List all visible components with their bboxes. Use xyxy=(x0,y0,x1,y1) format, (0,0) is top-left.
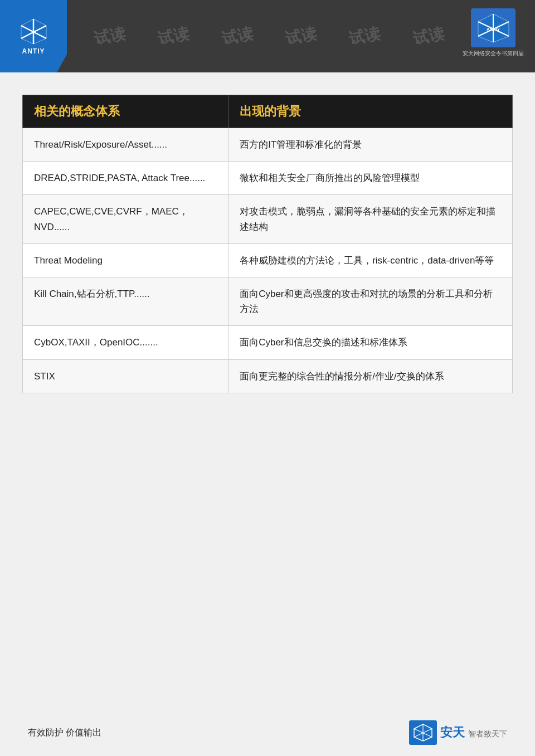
table-cell-left: CAPEC,CWE,CVE,CVRF，MAEC，NVD...... xyxy=(23,195,228,243)
table-cell-right: 面向Cyber和信息交换的描述和标准体系 xyxy=(228,326,513,359)
table-cell-left: Threat Modeling xyxy=(23,243,228,277)
table-row: Threat Modeling各种威胁建模的方法论，工具，risk-centri… xyxy=(23,243,513,277)
header-logo: ANTIY xyxy=(0,0,67,72)
footer-logo: 安天 智者致天下 xyxy=(409,720,507,745)
table-cell-right: 面向Cyber和更高强度的攻击和对抗的场景的分析工具和分析方法 xyxy=(228,277,513,325)
brand-tagline: 安天网络安全令书第四届 xyxy=(463,50,524,57)
footer: 有效防护 价值输出 安天 智者致天下 xyxy=(0,720,535,745)
wm-6: 试读 xyxy=(411,26,446,47)
wm-4: 试读 xyxy=(284,26,318,47)
brand-logo-svg: ANTIY xyxy=(475,13,512,43)
table-cell-left: Kill Chain,钻石分析,TTP...... xyxy=(23,277,228,325)
footer-brand-sub: 智者致天下 xyxy=(468,729,507,738)
col2-header: 出现的背景 xyxy=(228,95,513,128)
header: ANTIY 试读 试读 试读 试读 试读 试读 试读 ANTIY 安天网络安全令… xyxy=(0,0,535,72)
logo-label: ANTIY xyxy=(22,47,45,55)
table-cell-left: DREAD,STRIDE,PASTA, Attack Tree...... xyxy=(23,162,228,195)
table-row: STIX面向更完整的综合性的情报分析/作业/交换的体系 xyxy=(23,359,513,393)
header-brand: ANTIY 安天网络安全令书第四届 xyxy=(463,8,524,57)
table-row: Kill Chain,钻石分析,TTP......面向Cyber和更高强度的攻击… xyxy=(23,277,513,325)
wm-1: 试读 xyxy=(93,26,127,47)
table-cell-right: 对攻击模式，脆弱点，漏洞等各种基础的安全元素的标定和描述结构 xyxy=(228,195,513,243)
table-cell-right: 微软和相关安全厂商所推出的风险管理模型 xyxy=(228,162,513,195)
table-row: DREAD,STRIDE,PASTA, Attack Tree......微软和… xyxy=(23,162,513,195)
table-row: CAPEC,CWE,CVE,CVRF，MAEC，NVD......对攻击模式，脆… xyxy=(23,195,513,243)
table-row: Threat/Risk/Exposure/Asset......西方的IT管理和… xyxy=(23,128,513,162)
wm-3: 试读 xyxy=(220,26,255,47)
footer-tagline: 有效防护 价值输出 xyxy=(28,727,101,739)
wm-2: 试读 xyxy=(157,26,191,47)
wm-5: 试读 xyxy=(347,26,382,47)
table-cell-left: Threat/Risk/Exposure/Asset...... xyxy=(23,128,228,162)
footer-brand-text: 安天 智者致天下 xyxy=(440,724,507,741)
main-content: 试读 试读 试读 试读 试读 试读 试读 试读 试读 试读 试读 试读 相关的概… xyxy=(22,95,513,393)
table-header-row: 相关的概念体系 出现的背景 xyxy=(23,95,513,128)
table-cell-right: 西方的IT管理和标准化的背景 xyxy=(228,128,513,162)
col1-header: 相关的概念体系 xyxy=(23,95,228,128)
table-row: CybOX,TAXII，OpenIOC.......面向Cyber和信息交换的描… xyxy=(23,326,513,359)
brand-logo-box: ANTIY xyxy=(471,8,515,47)
table-cell-left: STIX xyxy=(23,359,228,393)
svg-text:ANTIY: ANTIY xyxy=(487,27,500,32)
concept-table: 相关的概念体系 出现的背景 Threat/Risk/Exposure/Asset… xyxy=(22,95,513,393)
table-cell-left: CybOX,TAXII，OpenIOC....... xyxy=(23,326,228,359)
antiy-logo-icon xyxy=(18,17,49,45)
footer-logo-box xyxy=(409,720,437,745)
footer-logo-svg xyxy=(413,724,433,742)
table-cell-right: 各种威胁建模的方法论，工具，risk-centric，data-driven等等 xyxy=(228,243,513,277)
table-cell-right: 面向更完整的综合性的情报分析/作业/交换的体系 xyxy=(228,359,513,393)
